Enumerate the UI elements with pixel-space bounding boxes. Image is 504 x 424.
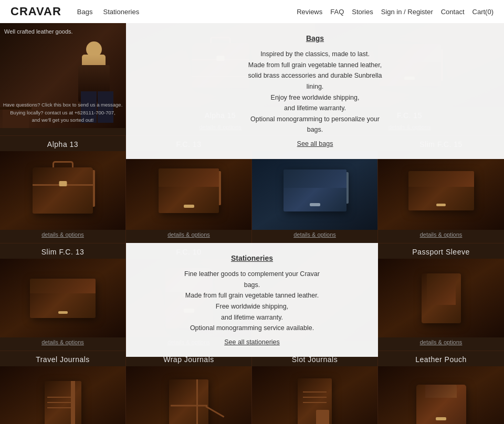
product-slim-fc13[interactable]: Slim F.C. 13 details & options — [0, 243, 126, 351]
product-leather-pouch[interactable]: Leather Pouch details & options — [378, 351, 504, 424]
nav-left: Bags Stationeries — [77, 8, 139, 16]
row-3-container: Slim F.C. 13 details & options F.C. 10 — [0, 243, 504, 351]
wrap-journals-image — [126, 366, 251, 424]
passport-sleeve-title: Passport Sleeve — [378, 243, 504, 259]
denim-fc-details[interactable]: details & options — [252, 230, 377, 243]
alpha13-image — [0, 151, 125, 230]
row-1: Well crafted leather goods. Have questio… — [0, 23, 504, 135]
bags-area: Bags Inspired by the classics, made to l… — [126, 23, 504, 135]
product-alpha13[interactable]: Alpha 13 details & options — [0, 136, 126, 243]
fc13-image — [126, 151, 251, 230]
alpha13-title: Alpha 13 — [0, 136, 125, 151]
nav-stories[interactable]: Stories — [352, 8, 373, 16]
nav-signin[interactable]: Sign in / Register — [381, 8, 433, 16]
hero-contact: Have questions? Click this box to send u… — [3, 101, 123, 124]
travel-journals-title: Travel Journals — [0, 351, 125, 366]
logo[interactable]: CRAVAR — [10, 5, 61, 18]
nav-faq[interactable]: FAQ — [330, 8, 344, 16]
slot-journals-image — [252, 366, 377, 424]
product-wrap-journals[interactable]: Wrap Journals details & options — [126, 351, 252, 424]
main-content: Well crafted leather goods. Have questio… — [0, 23, 504, 424]
hero-tagline: Well crafted leather goods. — [4, 27, 73, 36]
bags-dropdown-title: Bags — [138, 33, 492, 45]
stationeries-dropdown-panel: Stationeries Fine leather goods to compl… — [126, 243, 378, 357]
cart-button[interactable]: Cart(0) — [472, 8, 494, 16]
stationeries-dropdown-body: Fine leather goods to complement your Cr… — [138, 269, 366, 334]
hero-cell[interactable]: Well crafted leather goods. Have questio… — [0, 23, 126, 128]
product-travel-journals[interactable]: Travel Journals details & options — [0, 351, 126, 424]
product-slot-journals[interactable]: Slot Journals details & options — [252, 351, 378, 424]
passport-sleeve-image — [378, 259, 504, 337]
see-all-bags-link[interactable]: See all bags — [297, 140, 333, 147]
nav-contact[interactable]: Contact — [441, 8, 465, 16]
leather-pouch-image — [378, 366, 504, 424]
slim-fc13-details[interactable]: details & options — [0, 337, 125, 351]
nav-right: Reviews FAQ Stories Sign in / Register C… — [297, 8, 494, 16]
slim-fc15-image — [378, 151, 504, 230]
passport-sleeve-details[interactable]: details & options — [378, 337, 504, 351]
travel-journals-image — [0, 366, 125, 424]
nav-reviews[interactable]: Reviews — [297, 8, 322, 16]
slim-fc15-details[interactable]: details & options — [378, 230, 504, 243]
nav-stationeries[interactable]: Stationeries — [103, 8, 140, 16]
leather-pouch-title: Leather Pouch — [378, 351, 504, 366]
slim-fc13-image — [0, 259, 125, 337]
alpha13-details[interactable]: details & options — [0, 230, 125, 243]
product-passport-sleeve[interactable]: Passport Sleeve details & options — [378, 243, 504, 351]
bags-dropdown-body: Inspired by the classics, made to last. … — [138, 49, 492, 135]
header: CRAVAR Bags Stationeries Reviews FAQ Sto… — [0, 0, 504, 23]
stationeries-dropdown-title: Stationeries — [138, 252, 366, 264]
denim-fc-image — [252, 151, 377, 230]
row-4: Travel Journals details & options Wrap J… — [0, 351, 504, 424]
fc13-details[interactable]: details & options — [126, 230, 251, 243]
slim-fc13-title: Slim F.C. 13 — [0, 243, 125, 259]
nav-bags[interactable]: Bags — [77, 8, 93, 16]
see-all-stationeries-link[interactable]: See all stationeries — [224, 338, 280, 346]
bags-dropdown-panel: Bags Inspired by the classics, made to l… — [126, 23, 504, 159]
